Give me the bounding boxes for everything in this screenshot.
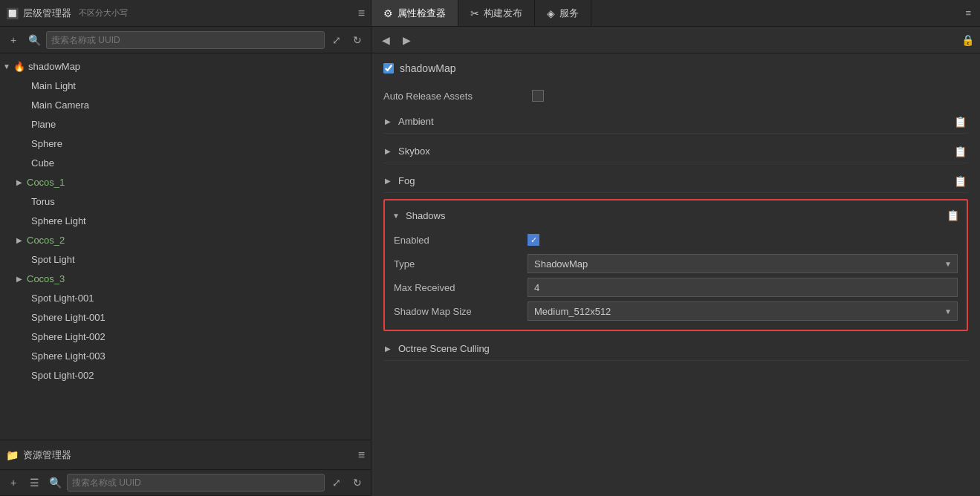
node-label: Sphere [31, 138, 62, 149]
shadows-arrow: ▼ [392, 212, 401, 220]
list-item[interactable]: Cube [0, 153, 371, 172]
enabled-checkbox[interactable]: ✓ [528, 234, 539, 246]
left-panel: + 🔍 ⤢ ↻ ▼ 🔥 shadowMap Main Light Main C [0, 27, 371, 496]
type-label: Type [394, 258, 528, 270]
node-label: Sphere Light [31, 215, 86, 226]
list-item[interactable]: Sphere [0, 134, 371, 153]
search-input-wrap[interactable] [46, 31, 325, 49]
node-label: Sphere Light-003 [31, 350, 106, 362]
tree-toolbar: + 🔍 ⤢ ↻ [0, 27, 371, 53]
list-item[interactable]: Sphere Light-002 [0, 327, 371, 346]
skybox-title: Skybox [398, 146, 954, 157]
hierarchy-icon: 🔲 [6, 7, 19, 19]
back-button[interactable]: ◀ [377, 32, 394, 48]
node-label: Spot Light-002 [31, 370, 94, 381]
refresh-button[interactable]: ↻ [348, 31, 366, 49]
type-select-wrap[interactable]: ShadowMap Planar [528, 254, 958, 273]
shadow-map-size-label: Shadow Map Size [394, 306, 528, 317]
asset-add-button[interactable]: + [4, 474, 22, 492]
main-content: + 🔍 ⤢ ↻ ▼ 🔥 shadowMap Main Light Main C [0, 27, 980, 496]
forward-button[interactable]: ▶ [398, 32, 415, 48]
ambient-title: Ambient [398, 116, 954, 127]
ambient-book-icon: 📋 [954, 116, 967, 128]
scene-name-row: shadowMap [383, 62, 968, 74]
cocos1-arrow: ▶ [16, 178, 27, 186]
shadows-section-header[interactable]: ▼ Shadows 📋 [391, 203, 961, 227]
shadow-map-size-select-wrap[interactable]: Low_256x256 Medium_512x512 High_1024x102… [528, 301, 958, 321]
scene-enabled-checkbox[interactable] [383, 63, 394, 74]
list-item[interactable]: ▶ Cocos_2 [0, 230, 371, 249]
tab-properties[interactable]: ⚙ 属性检查器 [371, 0, 458, 26]
scene-name: shadowMap [400, 62, 456, 74]
tab-service[interactable]: ◈ 服务 [535, 0, 591, 26]
asset-list-button[interactable]: ☰ [25, 474, 43, 492]
shadows-title: Shadows [406, 210, 947, 221]
shadows-book-icon: 📋 [947, 209, 959, 221]
list-item[interactable]: Sphere Light-003 [0, 346, 371, 365]
tab-build-label: 构建发布 [484, 7, 522, 20]
right-toolbar: ◀ ▶ 🔒 [371, 27, 980, 53]
fog-book-icon: 📋 [954, 175, 967, 187]
max-received-row: Max Received [394, 276, 958, 298]
ambient-arrow: ▶ [385, 117, 394, 125]
node-label: Sphere Light-002 [31, 331, 106, 342]
asset-expand-button[interactable]: ⤢ [328, 474, 345, 492]
asset-refresh-button[interactable]: ↻ [348, 474, 366, 492]
service-icon: ◈ [547, 7, 555, 19]
list-item[interactable]: Torus [0, 192, 371, 211]
octree-section-header[interactable]: ▶ Octree Scene Culling [383, 337, 968, 361]
type-row: Type ShadowMap Planar [394, 252, 958, 275]
fog-title: Fog [398, 175, 954, 186]
node-label: Torus [31, 196, 55, 207]
root-label: shadowMap [28, 61, 80, 72]
skybox-section-header[interactable]: ▶ Skybox 📋 [383, 140, 968, 163]
shadow-map-size-select[interactable]: Low_256x256 Medium_512x512 High_1024x102… [528, 301, 958, 321]
root-arrow: ▼ [3, 62, 13, 71]
search-icon: 🔍 [25, 31, 43, 49]
list-item[interactable]: Main Camera [0, 95, 371, 114]
list-item[interactable]: Spot Light-001 [0, 288, 371, 307]
list-item[interactable]: Spot Light [0, 249, 371, 269]
asset-menu-icon[interactable]: ≡ [358, 448, 365, 462]
node-label: Main Light [31, 80, 76, 91]
fog-arrow: ▶ [385, 177, 394, 185]
fog-section-header[interactable]: ▶ Fog 📋 [383, 169, 968, 193]
hierarchy-menu-icon[interactable]: ≡ [358, 7, 365, 20]
right-tabs: ⚙ 属性检查器 ✂ 构建发布 ◈ 服务 ≡ [371, 0, 980, 26]
auto-release-row: Auto Release Assets [383, 85, 968, 107]
list-item[interactable]: Spot Light-002 [0, 365, 371, 385]
asset-search-icon: 🔍 [46, 474, 64, 492]
tree-root[interactable]: ▼ 🔥 shadowMap [0, 56, 371, 76]
right-menu-icon[interactable]: ≡ [956, 0, 980, 26]
list-item[interactable]: Main Light [0, 76, 371, 95]
asset-search-input[interactable] [72, 477, 319, 488]
list-item[interactable]: Sphere Light-001 [0, 307, 371, 327]
octree-section: ▶ Octree Scene Culling [383, 337, 968, 361]
lock-button[interactable]: 🔒 [961, 34, 974, 46]
node-label: Main Camera [31, 99, 89, 111]
list-item[interactable]: ▶ Cocos_3 [0, 269, 371, 288]
list-item[interactable]: Plane [0, 114, 371, 134]
tab-build[interactable]: ✂ 构建发布 [458, 0, 535, 26]
properties-content: shadowMap Auto Release Assets ▶ Ambient … [371, 53, 980, 496]
skybox-arrow: ▶ [385, 147, 394, 155]
expand-button[interactable]: ⤢ [328, 31, 345, 49]
properties-icon: ⚙ [383, 7, 393, 19]
type-select[interactable]: ShadowMap Planar [528, 254, 958, 273]
ambient-section-header[interactable]: ▶ Ambient 📋 [383, 110, 968, 134]
node-label: Spot Light [31, 254, 75, 265]
auto-release-checkbox[interactable] [532, 90, 544, 102]
node-label: Plane [31, 119, 56, 130]
octree-arrow: ▶ [385, 345, 394, 353]
type-value: ShadowMap Planar [528, 254, 958, 273]
max-received-input[interactable] [528, 278, 958, 297]
search-input[interactable] [51, 35, 319, 45]
auto-release-value [532, 90, 968, 102]
list-item[interactable]: ▶ Cocos_1 [0, 172, 371, 192]
hierarchy-hint: 不区分大小写 [79, 7, 128, 19]
asset-manager-panel: 📁 资源管理器 ≡ [0, 440, 371, 469]
octree-title: Octree Scene Culling [398, 343, 967, 354]
add-node-button[interactable]: + [4, 31, 22, 49]
list-item[interactable]: Sphere Light [0, 211, 371, 230]
asset-search-input-wrap[interactable] [67, 474, 325, 492]
